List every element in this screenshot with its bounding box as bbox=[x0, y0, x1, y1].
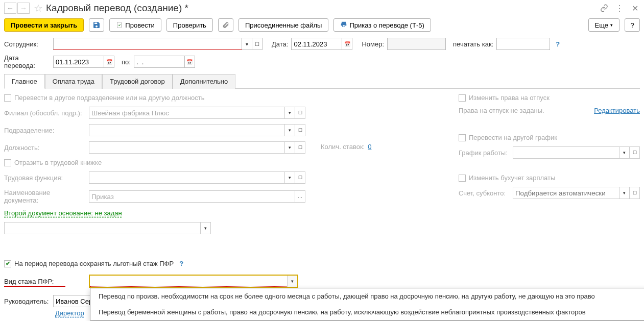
help-icon[interactable]: ? bbox=[553, 40, 562, 48]
number-label: Номер: bbox=[362, 40, 384, 48]
reason-input[interactable] bbox=[4, 222, 201, 234]
open-icon[interactable]: ☐ bbox=[630, 146, 640, 159]
dropdown-icon[interactable]: ▾ bbox=[285, 171, 295, 184]
check-button[interactable]: Проверить bbox=[166, 18, 213, 32]
employee-open-icon[interactable]: ☐ bbox=[252, 38, 263, 50]
help-icon[interactable]: ? bbox=[177, 260, 186, 267]
employee-label: Сотрудник: bbox=[4, 40, 50, 48]
tab-additional[interactable]: Дополнительно bbox=[173, 74, 236, 89]
transfer-schedule-checkbox[interactable] bbox=[459, 134, 466, 141]
dept-input[interactable] bbox=[89, 124, 285, 136]
nav-forward-button[interactable]: → bbox=[17, 3, 30, 14]
open-icon[interactable]: ☐ bbox=[630, 187, 640, 199]
manager-input[interactable] bbox=[53, 295, 94, 307]
link-icon[interactable] bbox=[599, 3, 609, 13]
dropdown-icon[interactable]: ▾ bbox=[201, 222, 211, 234]
dropdown-icon[interactable]: ▾ bbox=[619, 146, 630, 159]
help-button[interactable]: ? bbox=[625, 18, 640, 32]
second-doc-link[interactable]: Второй документ основание: не задан bbox=[4, 209, 122, 217]
labor-func-input[interactable] bbox=[89, 171, 285, 184]
order-t5-button[interactable]: Приказ о переводе (Т-5) bbox=[333, 18, 431, 32]
transfer-schedule-label: Перевести на другой график bbox=[469, 134, 557, 141]
employee-input[interactable] bbox=[53, 38, 242, 50]
branch-label: Филиал (обособл. подр.): bbox=[4, 109, 86, 117]
dept-label: Подразделение: bbox=[4, 127, 86, 134]
calendar-icon[interactable]: 📅 bbox=[342, 38, 352, 50]
post-button[interactable]: Провести bbox=[109, 18, 161, 32]
transfer-date-to-input[interactable] bbox=[134, 56, 185, 68]
pfr-type-input[interactable] bbox=[90, 276, 287, 287]
more-button[interactable]: Еще ▾ bbox=[588, 18, 619, 32]
open-icon[interactable]: ☐ bbox=[295, 107, 305, 119]
record-book-label: Отразить в трудовой книжке bbox=[14, 159, 102, 166]
labor-func-label: Трудовая функция: bbox=[4, 174, 86, 182]
position-input[interactable] bbox=[89, 141, 285, 154]
schedule-input[interactable] bbox=[513, 146, 619, 159]
dropdown-icon[interactable]: ▾ bbox=[285, 141, 295, 154]
attach-button[interactable] bbox=[218, 18, 233, 32]
pfr-type-label: Вид стажа ПФР: bbox=[4, 278, 86, 285]
dropdown-icon[interactable]: ▾ bbox=[285, 107, 295, 119]
pfr-option-2[interactable]: Перевод беременной женщины с работы, пра… bbox=[90, 304, 644, 320]
doc-name-input[interactable] bbox=[89, 190, 295, 203]
pfr-option-1[interactable]: Перевод по произв. необходимости на срок… bbox=[90, 288, 644, 304]
dropdown-icon[interactable]: ▾ bbox=[619, 187, 630, 199]
menu-dots-icon[interactable]: ⋮ bbox=[614, 3, 625, 13]
director-link[interactable]: Директор bbox=[55, 309, 84, 317]
transfer-dept-label: Перевести в другое подразделение или на … bbox=[14, 94, 205, 102]
save-button[interactable] bbox=[89, 18, 104, 32]
print-as-input[interactable] bbox=[496, 38, 550, 50]
open-icon[interactable]: ☐ bbox=[295, 141, 305, 154]
change-payroll-label: Изменить бухучет зарплаты bbox=[469, 174, 555, 182]
change-vacation-label: Изменить права на отпуск bbox=[469, 94, 550, 102]
transfer-dept-checkbox[interactable] bbox=[4, 94, 11, 102]
print-icon bbox=[340, 21, 347, 30]
vacation-text: Права на отпуск не заданы. bbox=[459, 107, 544, 114]
edit-vacation-link[interactable]: Редактировать bbox=[594, 107, 640, 114]
position-label: Должность: bbox=[4, 144, 86, 152]
form-title: Кадровый перевод (создание) * bbox=[46, 3, 599, 14]
rates-value-link[interactable]: 0 bbox=[368, 143, 371, 151]
tab-main[interactable]: Главное bbox=[4, 74, 45, 89]
manager-label: Руководитель: bbox=[4, 298, 50, 305]
open-icon[interactable]: ☐ bbox=[295, 124, 305, 136]
keep-pref-label: На период перевода сохранять льготный ст… bbox=[14, 260, 174, 267]
change-payroll-checkbox[interactable] bbox=[459, 175, 466, 182]
account-label: Счет, субконто: bbox=[459, 189, 510, 197]
record-book-checkbox[interactable] bbox=[4, 159, 11, 166]
keep-pref-checkbox[interactable]: ✔ bbox=[4, 260, 11, 267]
transfer-date-label: Дата перевода: bbox=[4, 54, 50, 69]
number-input[interactable] bbox=[387, 38, 446, 50]
rates-label: Колич. ставок: bbox=[321, 143, 365, 151]
tab-payment[interactable]: Оплата труда bbox=[45, 74, 102, 89]
transfer-date-input[interactable] bbox=[53, 56, 104, 68]
pfr-type-dropdown: Перевод по произв. необходимости на срок… bbox=[90, 288, 644, 320]
change-vacation-checkbox[interactable] bbox=[459, 94, 466, 102]
ellipsis-icon[interactable]: … bbox=[295, 190, 305, 203]
attached-files-button[interactable]: Присоединенные файлы bbox=[238, 18, 329, 32]
favorite-star-icon[interactable]: ☆ bbox=[34, 2, 43, 14]
doc-name-label: Наименование документа: bbox=[4, 189, 86, 204]
post-close-button[interactable]: Провести и закрыть bbox=[4, 18, 84, 32]
svg-rect-0 bbox=[117, 22, 122, 28]
close-icon[interactable]: ✕ bbox=[630, 3, 640, 13]
to-label: по: bbox=[122, 58, 131, 66]
open-icon[interactable]: ☐ bbox=[295, 171, 305, 184]
calendar-icon[interactable]: 📅 bbox=[104, 56, 114, 68]
date-label: Дата: bbox=[272, 40, 288, 48]
branch-input[interactable] bbox=[89, 107, 285, 119]
employee-select-icon[interactable]: ▾ bbox=[242, 38, 252, 50]
account-input[interactable] bbox=[513, 187, 619, 199]
pfr-type-select[interactable]: ▾ Перевод по произв. необходимости на ср… bbox=[89, 275, 298, 288]
print-as-label: печатать как: bbox=[453, 40, 493, 48]
date-input[interactable] bbox=[291, 38, 342, 50]
nav-back-button[interactable]: ← bbox=[4, 3, 16, 14]
calendar-icon[interactable]: 📅 bbox=[185, 56, 195, 68]
dropdown-icon[interactable]: ▾ bbox=[287, 276, 297, 287]
schedule-label: График работы: bbox=[459, 149, 510, 157]
tab-contract[interactable]: Трудовой договор bbox=[102, 74, 173, 89]
dropdown-icon[interactable]: ▾ bbox=[285, 124, 295, 136]
